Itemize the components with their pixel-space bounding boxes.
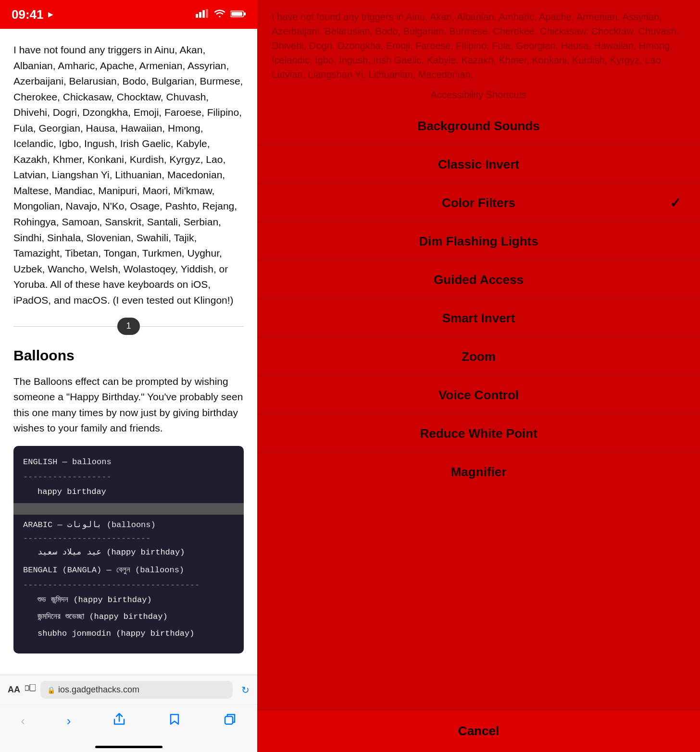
aa-label[interactable]: AA xyxy=(8,685,20,695)
section-heading: Balloons xyxy=(13,345,244,367)
tabs-button[interactable] xyxy=(218,711,241,731)
english-divider: ------------------ xyxy=(23,470,234,484)
shortcut-guided-access[interactable]: Guided Access xyxy=(257,260,700,299)
arabic-label: ARABIC — بالونات (balloons) xyxy=(23,518,234,532)
svg-rect-6 xyxy=(244,12,246,15)
accessibility-shortcuts-title: Accessibility Shortcuts xyxy=(272,89,686,100)
home-indicator xyxy=(95,746,162,748)
shortcut-classic-invert[interactable]: Classic Invert xyxy=(257,145,700,184)
location-icon: ► xyxy=(47,10,55,20)
shortcut-label-zoom: Zoom xyxy=(462,349,496,364)
article-text-top: I have not found any triggers in Ainu, A… xyxy=(13,42,244,308)
right-top-content: I have not found any triggers in Ainu, A… xyxy=(257,0,700,107)
url-text: ios.gadgethacks.com xyxy=(58,685,139,695)
battery-icon xyxy=(230,9,246,20)
shortcut-label-voice-control: Voice Control xyxy=(438,388,519,403)
svg-rect-3 xyxy=(206,9,208,18)
code-block: ENGLISH — balloons ------------------ ha… xyxy=(13,446,244,653)
arabic-divider: -------------------------- xyxy=(23,532,234,546)
shortcut-label-magnifier: Magnifier xyxy=(451,465,507,480)
page-indicator: 1 xyxy=(13,318,244,335)
shortcut-magnifier[interactable]: Magnifier xyxy=(257,453,700,491)
svg-rect-9 xyxy=(225,716,233,724)
section-text: The Balloons effect can be prompted by w… xyxy=(13,374,244,436)
svg-rect-0 xyxy=(196,14,198,18)
bengali-value3: shubho jonmodin (happy birthday) xyxy=(23,627,234,641)
bengali-value1: শুভ জন্মিদন (happy birthday) xyxy=(23,593,234,607)
page-badge: 1 xyxy=(117,318,139,335)
shortcuts-list: Background Sounds Classic Invert Color F… xyxy=(257,107,700,709)
right-article-text: I have not found any triggers in Ainu, A… xyxy=(272,10,686,82)
shortcut-label-guided-access: Guided Access xyxy=(434,272,524,287)
article-content: I have not found any triggers in Ainu, A… xyxy=(0,29,257,675)
url-bar[interactable]: AA 🔒 ios.gadgethacks.com ↻ xyxy=(0,675,257,705)
lock-icon: 🔒 xyxy=(47,686,55,694)
status-bar: 09:41 ► xyxy=(0,0,257,29)
bengali-label: BENGALI (BANGLA) — বেলুন (balloons) xyxy=(23,564,234,578)
right-panel: I have not found any triggers in Ainu, A… xyxy=(257,0,700,752)
time-display: 09:41 xyxy=(12,7,44,22)
share-button[interactable] xyxy=(108,711,131,731)
shortcut-zoom[interactable]: Zoom xyxy=(257,337,700,376)
reload-icon[interactable]: ↻ xyxy=(241,684,250,696)
shortcut-voice-control[interactable]: Voice Control xyxy=(257,376,700,414)
color-filters-check: ✓ xyxy=(670,195,681,211)
bengali-value2: জন্মদিনের শুভেচ্ছা (happy birthday) xyxy=(23,610,234,624)
arabic-value: عيد ميلاد سعيد (happy birthday) xyxy=(23,546,234,560)
wifi-icon xyxy=(214,9,225,20)
arabic-section: ARABIC — بالونات (balloons) ------------… xyxy=(23,518,234,560)
signal-icon xyxy=(196,9,209,20)
url-address-bar[interactable]: 🔒 ios.gadgethacks.com xyxy=(40,681,233,699)
shortcut-label-dim-flashing: Dim Flashing Lights xyxy=(419,234,538,249)
bookmarks-button[interactable] xyxy=(163,711,186,731)
bottom-bar: AA 🔒 ios.gadgethacks.com ↻ ‹ › xyxy=(0,675,257,752)
back-button[interactable]: ‹ xyxy=(16,712,30,730)
left-panel: 09:41 ► xyxy=(0,0,257,752)
shortcut-dim-flashing[interactable]: Dim Flashing Lights xyxy=(257,222,700,260)
shortcut-label-color-filters: Color Filters xyxy=(442,196,515,210)
bengali-section: BENGALI (BANGLA) — বেলুন (balloons) ----… xyxy=(23,564,234,641)
cancel-button[interactable]: Cancel xyxy=(257,709,700,752)
svg-rect-2 xyxy=(202,10,205,18)
shortcut-label-reduce-white-point: Reduce White Point xyxy=(420,426,537,441)
shortcut-color-filters[interactable]: Color Filters ✓ xyxy=(257,184,700,222)
english-label: ENGLISH — balloons xyxy=(23,456,234,469)
bengali-divider: ------------------------------------ xyxy=(23,579,234,592)
nav-bar: ‹ › xyxy=(0,705,257,746)
shortcut-label-smart-invert: Smart Invert xyxy=(442,311,515,326)
english-value: happy birthday xyxy=(23,485,234,499)
svg-rect-1 xyxy=(199,12,201,18)
format-icon[interactable] xyxy=(25,684,36,695)
svg-rect-7 xyxy=(25,686,29,690)
shortcut-label-background-sounds: Background Sounds xyxy=(417,119,539,134)
shortcut-label-classic-invert: Classic Invert xyxy=(438,157,519,172)
shortcut-reduce-white-point[interactable]: Reduce White Point xyxy=(257,414,700,453)
svg-rect-5 xyxy=(231,12,242,16)
highlight-bar xyxy=(13,503,244,515)
status-icons xyxy=(196,9,246,20)
shortcut-background-sounds[interactable]: Background Sounds xyxy=(257,107,700,145)
svg-rect-8 xyxy=(30,684,36,691)
shortcut-smart-invert[interactable]: Smart Invert xyxy=(257,299,700,337)
status-time: 09:41 ► xyxy=(12,7,55,22)
forward-button[interactable]: › xyxy=(62,712,76,730)
